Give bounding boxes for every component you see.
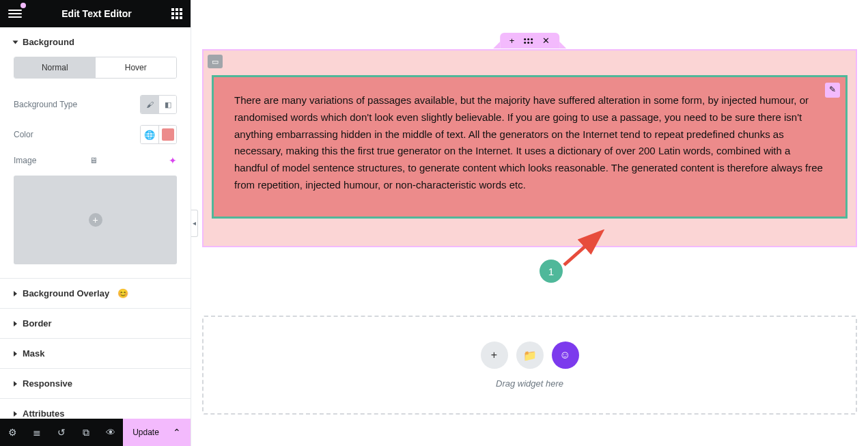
tab-normal[interactable]: Normal xyxy=(14,57,96,78)
bg-type-label: Background Type xyxy=(14,100,140,109)
settings-button[interactable]: ⚙ xyxy=(0,419,25,446)
color-label: Color xyxy=(14,130,140,139)
happy-addons-icon: 😊 xyxy=(117,288,128,298)
control-color: Color 🌐 xyxy=(14,120,177,150)
responsive-button[interactable]: ⧉ xyxy=(74,419,98,446)
panel-title: Edit Text Editor xyxy=(22,8,171,19)
collapse-sidebar-handle[interactable]: ◂ xyxy=(191,210,198,237)
text-content[interactable]: There are many variations of passages av… xyxy=(234,92,825,194)
global-color-button[interactable]: 🌐 xyxy=(141,126,158,143)
edit-widget-button[interactable]: ✎ xyxy=(825,83,840,98)
section-attributes: Attributes xyxy=(0,399,191,419)
pencil-icon: ✎ xyxy=(829,83,836,97)
drop-actions: + 📁 ☺ xyxy=(481,342,579,369)
update-label: Update xyxy=(132,428,159,437)
bg-type-classic-button[interactable]: 🖌 xyxy=(141,96,158,113)
image-upload-area[interactable]: + xyxy=(14,176,177,264)
section-header-bg-overlay[interactable]: Background Overlay 😊 xyxy=(0,279,191,308)
control-image: Image 🖥 ✦ xyxy=(14,150,177,171)
menu-icon[interactable] xyxy=(8,10,22,18)
sidebar-header: Edit Text Editor xyxy=(0,0,191,27)
apps-grid-icon[interactable] xyxy=(171,8,182,19)
section-header-border[interactable]: Border xyxy=(0,309,191,338)
dynamic-tags-icon[interactable]: ✦ xyxy=(169,155,177,166)
section-label: Background Overlay xyxy=(23,288,109,298)
happy-addons-button[interactable]: ☺ xyxy=(552,342,579,369)
annotation-number: 1 xyxy=(540,260,563,283)
history-button[interactable]: ↺ xyxy=(49,419,74,446)
gear-icon: ⚙ xyxy=(8,427,17,438)
eye-icon: 👁 xyxy=(106,427,115,438)
sidebar-body: Background Normal Hover Background Type … xyxy=(0,27,191,419)
section-header-attributes[interactable]: Attributes xyxy=(0,399,191,419)
layers-icon: ≣ xyxy=(33,427,41,438)
tab-hover[interactable]: Hover xyxy=(96,57,177,78)
update-button[interactable]: Update ⌃ xyxy=(123,419,191,446)
color-picker-button[interactable] xyxy=(158,126,176,143)
state-tabs: Normal Hover xyxy=(14,57,177,79)
globe-icon: 🌐 xyxy=(144,130,155,140)
add-template-button[interactable]: 📁 xyxy=(516,342,544,369)
editor-canvas: ◂ + ✕ ▭ ✎ There are many variations of p… xyxy=(191,0,868,446)
section-border: Border xyxy=(0,309,191,339)
section-label: Mask xyxy=(23,348,45,359)
annotation-marker: 1 xyxy=(540,260,563,283)
gradient-icon: ◧ xyxy=(165,100,171,109)
folder-icon: 📁 xyxy=(523,349,537,362)
add-widget-button[interactable]: + xyxy=(481,342,508,369)
color-swatch xyxy=(162,128,174,141)
caret-down-icon xyxy=(13,40,18,44)
section-label: Border xyxy=(23,318,52,329)
section-label: Responsive xyxy=(23,378,72,389)
caret-right-icon xyxy=(14,291,17,296)
image-label: Image xyxy=(14,156,85,165)
section-background-overlay: Background Overlay 😊 xyxy=(0,279,191,309)
caret-right-icon xyxy=(14,411,17,417)
section-responsive: Responsive xyxy=(0,369,191,399)
sidebar-footer: ⚙ ≣ ↺ ⧉ 👁 Update ⌃ xyxy=(0,419,191,446)
devices-icon: ⧉ xyxy=(83,427,89,438)
responsive-icon[interactable]: 🖥 xyxy=(89,156,98,165)
drag-handle[interactable] xyxy=(524,38,533,44)
notification-dot xyxy=(20,3,26,8)
section-background: Background Normal Hover Background Type … xyxy=(0,27,191,279)
caret-right-icon xyxy=(14,321,17,326)
close-section-button[interactable]: ✕ xyxy=(542,36,550,46)
plus-icon: + xyxy=(89,213,102,227)
navigator-button[interactable]: ≣ xyxy=(25,419,49,446)
caret-right-icon xyxy=(14,351,17,357)
happy-icon: ☺ xyxy=(559,349,570,361)
container-toolbar: + ✕ xyxy=(500,33,560,48)
caret-right-icon xyxy=(14,381,17,387)
section-header-mask[interactable]: Mask xyxy=(0,339,191,368)
history-icon: ↺ xyxy=(57,427,66,438)
add-section-button[interactable]: + xyxy=(509,36,515,46)
editor-sidebar: Edit Text Editor Background Normal Hover xyxy=(0,0,191,446)
section-label: Attributes xyxy=(23,408,64,419)
drop-zone[interactable]: + 📁 ☺ Drag widget here xyxy=(202,316,857,415)
section-header-background[interactable]: Background xyxy=(0,27,191,57)
brush-icon: 🖌 xyxy=(146,100,154,109)
preview-button[interactable]: 👁 xyxy=(98,419,123,446)
section-label: Background xyxy=(23,37,74,47)
drop-hint-text: Drag widget here xyxy=(496,378,563,389)
bg-type-gradient-button[interactable]: ◧ xyxy=(158,96,176,113)
plus-icon: + xyxy=(491,349,497,361)
container-type-icon[interactable]: ▭ xyxy=(208,55,223,68)
section-header-responsive[interactable]: Responsive xyxy=(0,369,191,398)
section-mask: Mask xyxy=(0,339,191,369)
chevron-up-icon: ⌃ xyxy=(173,427,181,438)
section-container[interactable]: ▭ ✎ There are many variations of passage… xyxy=(202,49,857,247)
text-editor-widget[interactable]: ✎ There are many variations of passages … xyxy=(212,75,848,219)
control-background-type: Background Type 🖌 ◧ xyxy=(14,89,177,120)
